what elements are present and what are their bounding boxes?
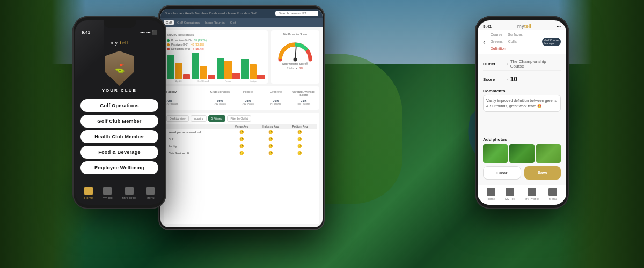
chart-title: Survey Responses <box>167 33 265 36</box>
scores-table: Facility Club Services People Lifestyle … <box>164 86 319 110</box>
legend-promoters: Promoters (9-10) 35 (29.2%) <box>167 39 265 42</box>
dt-clubservices-podium: 😐 <box>286 151 314 155</box>
status-bar: 9:41 ▪▪▪ ▪▪▪ ⬛ <box>75 28 164 35</box>
promoters-dot <box>167 39 170 42</box>
menu-item-food-beverage[interactable]: Food & Beverage <box>80 146 158 159</box>
menu-icon <box>146 187 155 195</box>
tab-collar[interactable]: Collar <box>507 39 519 44</box>
right-header: ‹ Course Surfaces Greens Collar Definiti… <box>478 30 566 54</box>
dt-recommend-podium: 😊 <box>286 130 314 135</box>
tablet-screen: Store Home › Health Members Dashboard › … <box>160 9 323 227</box>
dt-facility-industry: 😊 <box>256 144 285 148</box>
bottom-nav: Home My Tell My Profile Menu <box>75 183 164 205</box>
right-tabs: Course Surfaces Greens Collar Definition <box>489 32 539 51</box>
menu-item-health-club-member[interactable]: Health Club Member <box>80 130 158 143</box>
dt-golf-label: Golf <box>169 138 227 141</box>
col-people: People <box>235 90 261 96</box>
svg-line-0 <box>295 47 296 59</box>
nav-menu-label: Menu <box>147 196 155 199</box>
save-button[interactable]: Save <box>524 166 561 180</box>
dt-recommend-venue: 😊 <box>227 130 256 135</box>
outlet-value: The Championship Course <box>510 59 561 69</box>
people-score: 75%293 scores <box>235 99 261 106</box>
passives-pct: 40 (33.3%) <box>191 43 204 46</box>
nav-menu[interactable]: Menu <box>146 187 155 199</box>
dt-golf-industry: 😊 <box>256 137 285 142</box>
right-content: Outlet › The Championship Course Score ›… <box>478 54 566 185</box>
dt-row-clubservices: Club Services : 8 😔 😊 😐 <box>166 150 317 157</box>
dt-golf-podium: 😐 <box>286 137 314 142</box>
score-value: 10 <box>510 76 517 83</box>
bar-chart-bars: Apr 23 Golf Overall <box>167 50 265 83</box>
col-club: Club Services <box>207 90 233 96</box>
scores-header: Facility Club Services People Lifestyle … <box>166 89 317 98</box>
right-phone-screen: 9:41 mytell ▪▪▪ ‹ Course Surfaces Greens… <box>478 20 566 205</box>
dt-facility-label: Facility : <box>169 145 227 148</box>
bar-promoters-1 <box>167 55 174 79</box>
search-bar[interactable]: Search name or PT <box>275 11 318 16</box>
right-nav-menu[interactable]: Menu <box>548 188 557 200</box>
comments-section: Comments Vastly improved definition betw… <box>483 88 561 134</box>
nav-home-label: Home <box>84 196 93 199</box>
comment-text[interactable]: Vastly improved definition between green… <box>483 95 561 112</box>
menu-item-golf-club-member[interactable]: Golf Club Member <box>80 115 158 128</box>
action-buttons: Clear Save <box>483 166 561 182</box>
outlet-arrow: › <box>507 62 508 66</box>
right-nav-home[interactable]: Home <box>487 188 495 200</box>
tab-filtered[interactable]: 5 Filtered <box>208 115 226 122</box>
nps-info: 2 tells ▪ 2% <box>287 66 303 70</box>
tab-golf[interactable]: Golf <box>164 20 174 25</box>
dt-row-recommend: Would you recommend us? 😊 😊 😊 <box>166 129 317 136</box>
overall-score: 71%1091 scores <box>291 99 317 106</box>
tab-outlet[interactable]: Filter by Outlet <box>227 115 251 122</box>
nav-profile[interactable]: My Profile <box>122 187 136 199</box>
dt-facility-venue: 😊 <box>227 144 256 148</box>
right-nav-profile[interactable]: My Profile <box>524 188 539 200</box>
outlet-field: Outlet › The Championship Course <box>483 57 561 71</box>
tablet-tabs: Golf Golf Operations Issue Rounds Golf <box>160 18 323 27</box>
dt-col-industry: Industry Avg <box>256 125 285 128</box>
right-menu-icon <box>548 188 557 196</box>
dt-recommend-label: Would you recommend us? <box>169 131 227 134</box>
back-arrow-icon[interactable]: ‹ <box>483 38 486 46</box>
detractors-pct: 8 (15.7%) <box>193 47 204 50</box>
tab-desktop[interactable]: Desktop view <box>166 115 189 122</box>
menu-item-employee-wellbeing[interactable]: Employee Wellbeing <box>80 161 158 174</box>
tab-surfaces[interactable]: Surfaces <box>506 32 524 37</box>
bar-passives-1 <box>175 63 182 79</box>
nav-home[interactable]: Home <box>84 187 93 199</box>
tab-industry[interactable]: Industry <box>191 115 207 122</box>
scores-values: 72%293 scores 98%293 scores 75%293 score… <box>166 98 317 107</box>
right-profile-label: My Profile <box>524 197 539 200</box>
signal-icons: ▪▪▪ ▪▪▪ ⬛ <box>141 30 157 35</box>
nav-my-tell[interactable]: My Tell <box>103 187 113 199</box>
photos-grid <box>483 144 561 163</box>
menu-item-golf-operations[interactable]: Golf Operations <box>80 99 158 112</box>
tab-operations[interactable]: Golf Operations <box>175 20 202 25</box>
tab-golf2[interactable]: Golf <box>228 20 238 25</box>
tab-rounds[interactable]: Issue Rounds <box>203 20 227 25</box>
passives-dot <box>167 43 170 46</box>
clear-button[interactable]: Clear <box>483 166 521 180</box>
col-facility: Facility <box>166 90 205 96</box>
bar-group-2: Golf Overall <box>192 53 215 83</box>
score-arrow: › <box>507 77 508 82</box>
right-nav-tell[interactable]: My Tell <box>505 188 515 200</box>
right-signal: ▪▪▪ <box>557 25 561 28</box>
gauge-section: Net Promoter Score 2 Net Promoter Score®… <box>271 30 319 84</box>
col-overall: Overall Average Score <box>291 90 317 96</box>
photo-thumb-2[interactable] <box>509 144 534 163</box>
photo-thumb-3[interactable] <box>536 144 561 163</box>
lifestyle-score: 70%61 scores <box>263 99 289 106</box>
bar-group-4: lifestyle <box>241 59 265 83</box>
right-tell-label: My Tell <box>505 197 515 200</box>
photo-thumb-1[interactable] <box>483 144 508 163</box>
tab-greens[interactable]: Greens <box>489 39 504 44</box>
score-field: Score › 10 <box>483 74 561 85</box>
right-time: 9:41 <box>483 24 492 29</box>
tab-course[interactable]: Course <box>489 32 504 37</box>
dt-clubservices-industry: 😊 <box>256 151 285 155</box>
bar-passives-3 <box>224 61 232 79</box>
table-tabs: Desktop view Industry 5 Filtered Filter … <box>166 115 317 122</box>
tab-definition[interactable]: Definition <box>489 46 508 51</box>
